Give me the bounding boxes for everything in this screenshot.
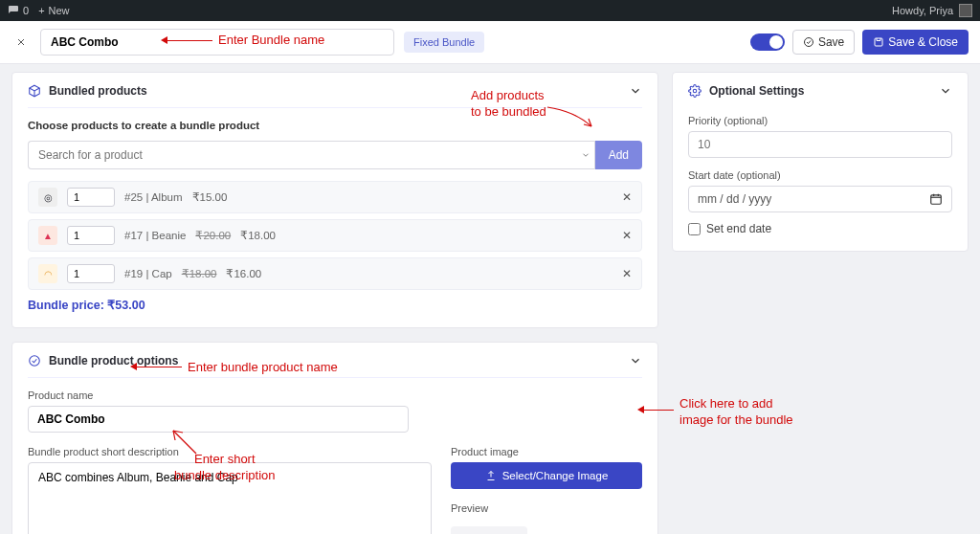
bundled-title: Bundled products [49,84,147,98]
header-row: Fixed Bundle Save Save & Close [0,21,980,64]
chevron-down-icon[interactable] [629,354,642,367]
remove-row-button[interactable]: ✕ [622,190,632,204]
product-row: ▲ #17 | Beanie ₹20.00 ₹18.00 ✕ [28,219,642,252]
check-badge-icon [28,354,41,367]
desc-label: Bundle product short description [28,446,432,457]
optional-settings-card: Optional Settings Priority (optional) St… [672,72,969,252]
comments-link[interactable]: 0 [8,5,29,16]
product-row: ◠ #19 | Cap ₹18.00 ₹16.00 ✕ [28,257,642,290]
quantity-input[interactable] [67,188,115,207]
bundle-options-card: Bundle product options Product name Bund… [11,342,658,534]
product-search-input[interactable] [28,141,578,169]
product-name-label: Product name [28,389,642,401]
chevron-down-icon[interactable] [629,84,642,98]
bundled-products-card: Bundled products Choose products to crea… [11,72,658,328]
check-circle-icon [803,36,814,48]
calendar-icon [929,192,943,206]
end-date-label: Set end date [706,222,771,235]
search-dropdown[interactable] [578,141,595,169]
avatar [959,4,972,17]
greeting: Howdy, Priya [892,5,953,16]
svg-point-3 [693,89,697,93]
image-label: Product image [451,446,642,457]
start-date-input[interactable]: mm / dd / yyyy [688,186,952,212]
optional-title: Optional Settings [709,84,804,98]
new-link[interactable]: + New [38,5,69,16]
priority-input[interactable] [688,131,952,158]
image-preview: WOO the sample [451,526,527,534]
cube-icon [28,84,41,98]
remove-row-button[interactable]: ✕ [622,267,632,280]
priority-label: Priority (optional) [688,115,952,126]
comments-count: 0 [23,5,29,16]
chevron-down-icon[interactable] [939,84,952,98]
upload-icon [485,470,497,481]
save-icon [873,36,884,48]
product-thumb: ◎ [38,188,57,207]
bundle-price: Bundle price: ₹53.00 [28,298,642,312]
svg-rect-4 [931,195,942,204]
product-row: ◎ #25 | Album ₹15.00 ✕ [28,181,642,213]
plus-icon: + [38,5,44,16]
bundle-name-input[interactable] [40,29,394,56]
add-product-button[interactable]: Add [595,141,642,169]
options-title: Bundle product options [49,354,178,367]
fixed-bundle-badge: Fixed Bundle [404,32,484,53]
enable-toggle[interactable] [750,33,785,51]
select-image-button[interactable]: Select/Change Image [451,462,642,489]
save-button[interactable]: Save [792,30,855,55]
product-thumb: ◠ [38,264,57,283]
admin-bar: 0 + New Howdy, Priya [0,0,980,21]
product-thumb: ▲ [38,226,57,245]
product-name-input[interactable] [28,406,409,433]
start-date-label: Start date (optional) [688,169,952,181]
save-close-button[interactable]: Save & Close [862,30,969,55]
set-end-date-checkbox[interactable] [688,223,701,235]
svg-rect-1 [875,38,882,46]
choose-label: Choose products to create a bundle produ… [28,120,642,131]
short-description-input[interactable]: ABC combines Album, Beanie and Cap [28,462,432,534]
chevron-down-icon [581,150,590,160]
close-icon [15,36,27,48]
quantity-input[interactable] [67,226,115,245]
new-label: New [49,5,70,16]
quantity-input[interactable] [67,264,115,283]
user-menu[interactable]: Howdy, Priya [892,4,972,17]
comment-icon [8,5,19,16]
preview-label: Preview [451,502,642,514]
gear-icon [688,84,702,98]
svg-point-2 [30,356,40,367]
remove-row-button[interactable]: ✕ [622,229,632,242]
svg-point-0 [804,38,813,47]
close-button[interactable] [11,33,31,52]
